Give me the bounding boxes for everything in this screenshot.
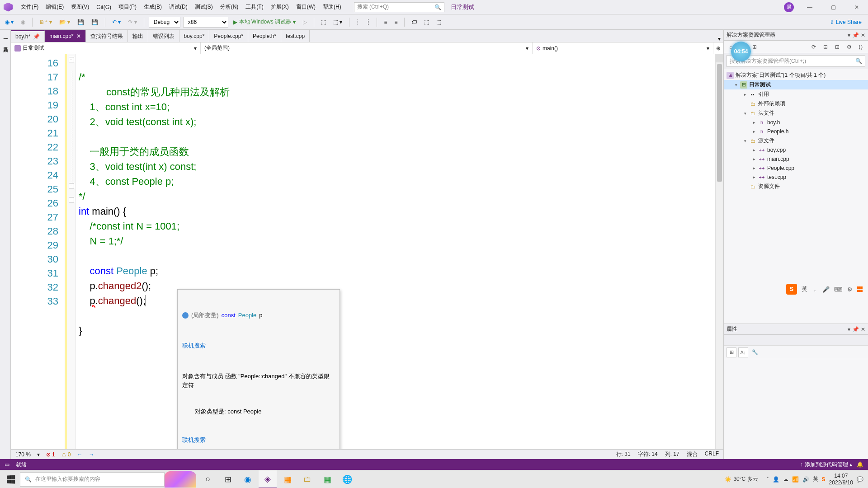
tab-test-cpp[interactable]: test.cpp bbox=[281, 30, 310, 42]
nav-forward-button[interactable]: ◉ bbox=[19, 18, 28, 27]
search-input[interactable]: 搜索 (Ctrl+Q) 🔍 bbox=[354, 2, 444, 12]
tree-file-people-h[interactable]: ▸hPeople.h bbox=[724, 127, 868, 136]
nav-function-select[interactable]: ⊘main()▾ bbox=[533, 42, 713, 54]
save-all-button[interactable]: 💾 bbox=[89, 18, 100, 27]
comment-button[interactable]: ≡ bbox=[382, 18, 389, 27]
tool-icon-4[interactable]: ┊ bbox=[364, 18, 372, 27]
app-icon-1[interactable]: ▦ bbox=[278, 470, 297, 488]
tree-headers-folder[interactable]: ▾🗀头文件 bbox=[724, 108, 868, 118]
chevron-right-icon[interactable]: ▸ bbox=[752, 148, 756, 152]
line-ending[interactable]: CRLF bbox=[705, 450, 719, 458]
code-content[interactable]: /* const的常见几种用法及解析 1、const int x=10; 2、v… bbox=[76, 54, 715, 449]
menu-test[interactable]: 测试(S) bbox=[191, 1, 217, 13]
uncomment-button[interactable]: ≡ bbox=[392, 18, 400, 27]
chevron-down-icon[interactable]: ▾ bbox=[743, 139, 747, 143]
online-search-link[interactable]: 联机搜索 bbox=[182, 341, 335, 350]
file-explorer-icon[interactable]: 🗀 bbox=[298, 470, 316, 488]
pin-icon[interactable]: 📌 bbox=[852, 32, 859, 38]
tray-network-icon[interactable]: 📶 bbox=[792, 476, 799, 483]
toolbox-tab[interactable]: 工具箱 bbox=[0, 39, 10, 48]
tab-people-h[interactable]: People.h* bbox=[248, 30, 281, 42]
menu-help[interactable]: 帮助(H) bbox=[319, 1, 345, 13]
ime-punct-toggle[interactable]: ， bbox=[812, 285, 818, 293]
menu-analyze[interactable]: 分析(N) bbox=[217, 1, 242, 13]
menu-view[interactable]: 视图(V) bbox=[67, 1, 93, 13]
tabs-overflow-icon[interactable]: ▾ bbox=[715, 36, 723, 42]
nav-project-select[interactable]: 日常测试▾ bbox=[11, 42, 201, 54]
view-code-icon[interactable]: ⟨⟩ bbox=[856, 42, 865, 52]
taskbar-search-input[interactable]: 🔍 在这里输入你要搜索的内容 bbox=[20, 472, 165, 487]
live-share-button[interactable]: ⇪ Live Share bbox=[826, 17, 865, 27]
notification-center-icon[interactable]: 💬 bbox=[857, 476, 863, 483]
task-view-icon[interactable]: ⊞ bbox=[219, 470, 237, 488]
tab-output[interactable]: 输出 bbox=[128, 30, 148, 42]
indent-mode[interactable]: 混合 bbox=[687, 450, 698, 458]
alphabetical-button[interactable]: A↓ bbox=[738, 347, 748, 357]
fold-toggle[interactable]: − bbox=[69, 197, 74, 202]
tab-main-cpp[interactable]: main.cpp*✕ bbox=[45, 30, 85, 42]
save-button[interactable]: 💾 bbox=[75, 18, 86, 27]
chrome-icon[interactable]: 🌐 bbox=[338, 470, 356, 488]
start-without-debug-button[interactable]: ▷ bbox=[301, 18, 309, 27]
tab-error-list[interactable]: 错误列表 bbox=[148, 30, 179, 42]
ime-keyboard-icon[interactable]: ⌨ bbox=[834, 286, 843, 293]
tool-icon-5[interactable]: ⬚ bbox=[422, 18, 431, 27]
tool-icon-1[interactable]: ⬚ bbox=[319, 18, 328, 27]
server-explorer-tab[interactable]: 服务器资源管理器 bbox=[0, 30, 10, 39]
tree-project-node[interactable]: ▾⊞日常测试 bbox=[724, 80, 868, 89]
menu-build[interactable]: 生成(B) bbox=[140, 1, 165, 13]
configuration-select[interactable]: Debug bbox=[149, 17, 180, 28]
maximize-button[interactable]: ▢ bbox=[826, 2, 841, 13]
tree-file-boy-cpp[interactable]: ▸++boy.cpp bbox=[724, 145, 868, 155]
bookmark-button[interactable]: 🏷 bbox=[409, 18, 419, 27]
tray-people-icon[interactable]: 👤 bbox=[773, 476, 779, 483]
menu-file[interactable]: 文件(F) bbox=[17, 1, 42, 13]
user-avatar[interactable]: 晨 bbox=[784, 2, 794, 12]
split-handle[interactable] bbox=[716, 54, 723, 62]
menu-git[interactable]: Git(G) bbox=[93, 2, 115, 12]
open-button[interactable]: 📂 ▾ bbox=[57, 18, 72, 27]
platform-select[interactable]: x86 bbox=[183, 17, 228, 28]
tray-sogou-icon[interactable]: S bbox=[822, 476, 826, 483]
new-item-button[interactable]: 🗎⁺ ▾ bbox=[37, 18, 54, 27]
minimize-button[interactable]: — bbox=[802, 2, 817, 13]
tree-file-main-cpp[interactable]: ▸++main.cpp bbox=[724, 155, 868, 164]
pin-icon[interactable]: 📌 bbox=[852, 326, 859, 333]
tray-chevron-icon[interactable]: ˄ bbox=[766, 476, 769, 483]
ime-settings-icon[interactable]: ⚙ bbox=[847, 286, 853, 293]
tree-solution-node[interactable]: ⊞解决方案"日常测试"(1 个项目/共 1 个) bbox=[724, 70, 868, 80]
show-all-icon[interactable]: ⊡ bbox=[833, 42, 842, 52]
fold-toggle[interactable]: − bbox=[69, 183, 74, 188]
cortana-icon[interactable]: ○ bbox=[199, 470, 217, 488]
tree-file-boy-h[interactable]: ▸hboy.h bbox=[724, 118, 868, 127]
panel-menu-icon[interactable]: ▾ bbox=[848, 326, 850, 333]
chevron-right-icon[interactable]: ▸ bbox=[743, 92, 747, 97]
notifications-icon[interactable]: 🔔 bbox=[857, 461, 863, 468]
chevron-right-icon[interactable]: ▸ bbox=[752, 120, 756, 125]
nav-scope-select[interactable]: (全局范围)▾ bbox=[201, 42, 533, 54]
collapse-icon[interactable]: ⊟ bbox=[821, 42, 830, 52]
nav-back-button[interactable]: ◉ ▾ bbox=[3, 18, 16, 27]
tray-volume-icon[interactable]: 🔊 bbox=[802, 476, 809, 483]
zoom-level[interactable]: 170 % bbox=[15, 451, 31, 458]
scroll-thumb[interactable] bbox=[717, 64, 722, 182]
vertical-scrollbar[interactable] bbox=[715, 54, 723, 449]
online-search-link-2[interactable]: 联机搜索 bbox=[182, 436, 335, 445]
ime-mic-icon[interactable]: 🎤 bbox=[822, 286, 830, 293]
close-tab-icon[interactable]: ✕ bbox=[76, 33, 81, 39]
undo-button[interactable]: ↶ ▾ bbox=[110, 18, 123, 27]
tab-find-symbol[interactable]: 查找符号结果 bbox=[86, 30, 128, 42]
chevron-right-icon[interactable]: ▸ bbox=[752, 175, 756, 179]
nav-back-icon[interactable]: ← bbox=[77, 451, 82, 458]
error-count[interactable]: ⊗ 1 bbox=[46, 451, 55, 458]
warning-count[interactable]: ⚠ 0 bbox=[61, 451, 71, 458]
add-source-control[interactable]: ↑ 添加到源代码管理 ▴ bbox=[800, 461, 852, 469]
tab-people-cpp[interactable]: People.cpp* bbox=[209, 30, 248, 42]
chevron-right-icon[interactable]: ▸ bbox=[752, 157, 756, 161]
tree-external-deps[interactable]: 🗀外部依赖项 bbox=[724, 99, 868, 108]
wrench-icon[interactable]: 🔧 bbox=[750, 347, 760, 357]
start-debug-button[interactable]: ▶ 本地 Windows 调试器 ▾ bbox=[231, 17, 298, 27]
code-editor[interactable]: 161718192021222324252627282930313233 − −… bbox=[11, 54, 723, 449]
nav-forward-icon[interactable]: → bbox=[89, 451, 94, 458]
redo-button[interactable]: ↷ ▾ bbox=[126, 18, 139, 27]
